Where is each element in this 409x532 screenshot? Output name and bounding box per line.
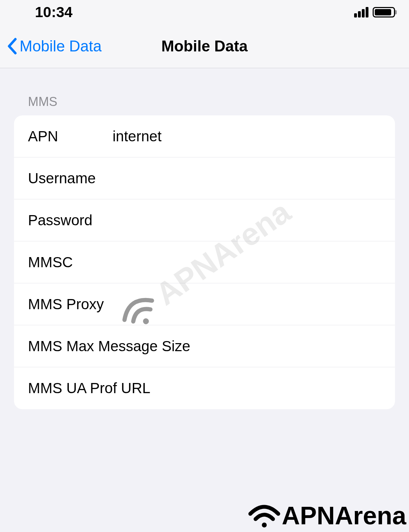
status-time: 10:34 (35, 4, 72, 21)
mms-proxy-row[interactable]: MMS Proxy (14, 283, 395, 325)
section-header-mms: MMS (14, 94, 395, 109)
chevron-left-icon (7, 38, 17, 55)
mmsc-input[interactable] (113, 254, 395, 271)
mmsc-label: MMSC (28, 254, 113, 271)
svg-point-1 (262, 523, 267, 527)
mms-max-size-label: MMS Max Message Size (28, 338, 196, 355)
username-label: Username (28, 170, 113, 187)
apn-row[interactable]: APN (14, 115, 395, 157)
back-button[interactable]: Mobile Data (7, 37, 102, 55)
mms-proxy-input[interactable] (113, 296, 395, 313)
back-label: Mobile Data (20, 37, 102, 55)
mms-settings-group: APN Username Password MMSC MMS Proxy MMS… (14, 115, 395, 409)
password-row[interactable]: Password (14, 199, 395, 241)
apn-label: APN (28, 128, 113, 145)
status-icons (354, 7, 395, 17)
page-title: Mobile Data (162, 37, 248, 55)
username-input[interactable] (113, 170, 395, 187)
battery-icon (373, 7, 395, 17)
mms-ua-prof-row[interactable]: MMS UA Prof URL (14, 367, 395, 409)
mmsc-row[interactable]: MMSC (14, 241, 395, 283)
status-bar: 10:34 (0, 0, 409, 24)
username-row[interactable]: Username (14, 157, 395, 199)
mms-max-size-input[interactable] (196, 338, 395, 355)
cellular-signal-icon (354, 7, 368, 17)
navigation-bar: Mobile Data Mobile Data (0, 24, 409, 68)
apn-input[interactable] (113, 128, 395, 145)
content-area: MMS APN Username Password MMSC MMS Proxy (0, 68, 409, 409)
mms-ua-prof-input[interactable] (196, 380, 395, 397)
footer-text: APNArena (282, 501, 406, 530)
footer-logo: APNArena (247, 499, 409, 532)
mms-ua-prof-label: MMS UA Prof URL (28, 380, 196, 397)
mms-max-size-row[interactable]: MMS Max Message Size (14, 325, 395, 367)
mms-proxy-label: MMS Proxy (28, 296, 113, 313)
wifi-icon (247, 502, 282, 530)
password-input[interactable] (113, 212, 395, 229)
password-label: Password (28, 212, 113, 229)
